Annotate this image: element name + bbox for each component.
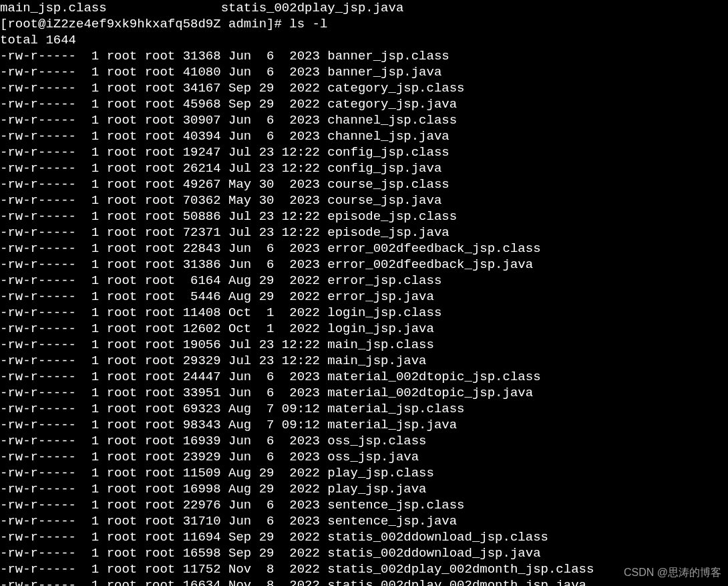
watermark-text: CSDN @思涛的博客 [624, 565, 721, 581]
file-listing: -rw-r----- 1 root root 31368 Jun 6 2023 … [0, 49, 594, 586]
total-line: total 1644 [0, 33, 76, 47]
shell-prompt: [root@iZ2ze4ef9xk9hkxafq58d9Z admin]# [0, 17, 289, 31]
terminal-output[interactable]: main_jsp.class statis_002dplay_jsp.java … [0, 0, 728, 586]
prev-output-line: main_jsp.class statis_002dplay_jsp.java [0, 1, 403, 15]
typed-command[interactable]: ls -l [289, 17, 327, 31]
